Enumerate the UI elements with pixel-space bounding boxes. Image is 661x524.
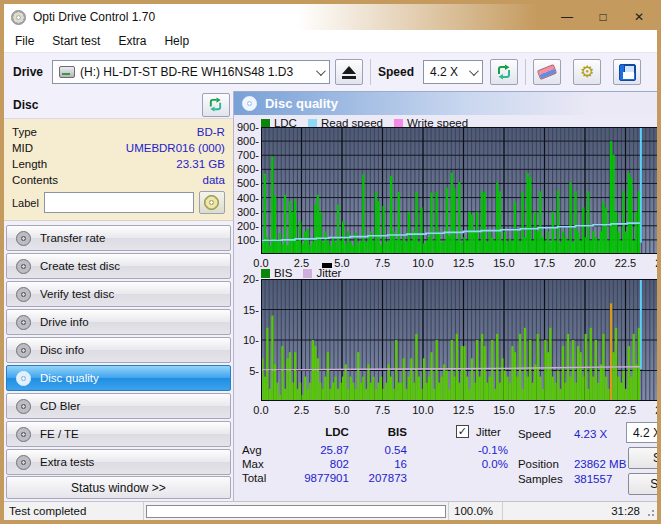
sidebar: Disc TypeBD-RMIDUMEBDR016 (000)Length23.… [4,91,234,501]
info-value: UMEBDR016 (000) [126,142,225,154]
info-label: MID [12,142,33,154]
bis-legend: BISJitter [261,267,341,279]
legend-swatch [303,269,312,278]
chevron-down-icon [316,66,326,76]
info-value: BD-R [197,126,225,138]
drive-toolbar: Drive (H:) HL-DT-ST BD-RE WH16NS48 1.D3 … [4,53,657,91]
x-tick-label: 7.5 [365,257,399,269]
label-input[interactable] [44,192,194,213]
disc-info-row: TypeBD-R [12,124,225,140]
x-tick-label: 2.5 [284,404,318,416]
disc-icon [16,399,31,414]
ldc-chart [261,127,657,254]
disc-icon [16,343,31,358]
sidebar-item-fe-te[interactable]: FE / TE [6,421,231,447]
drive-label: Drive [13,65,43,79]
max-row-label: Max [242,458,264,470]
max-jitter-value: 0.0% [448,458,508,470]
avg-row-label: Avg [242,444,262,456]
disc-icon [16,287,31,302]
x-tick-label: 22.5 [608,404,642,416]
status-window-button[interactable]: Status window >> [6,476,231,499]
menu-item-file[interactable]: File [6,30,43,52]
erase-disc-button[interactable] [533,59,561,85]
max-bis-value: 16 [352,458,407,470]
disc-panel-title: Disc [13,98,38,112]
test-speed-select[interactable]: 4.2 X [626,422,657,443]
position-stat-value: 23862 MB [574,458,626,470]
page-title: Disc quality [265,96,338,111]
resize-grip[interactable] [646,509,655,518]
disc-icon [16,315,31,330]
eject-icon [342,66,356,79]
disc-label-button[interactable] [199,191,225,214]
speed-select-value: 4.2 X [430,65,458,79]
y-tick-label: 400 [234,192,259,204]
total-row-label: Total [242,472,266,484]
y-tick-label: 15 [234,304,259,316]
sidebar-item-drive-info[interactable]: Drive info [6,309,231,335]
window-title: Opti Drive Control 1.70 [33,10,155,24]
sidebar-item-label: CD Bler [40,400,80,412]
disc-refresh-button[interactable] [202,93,230,117]
sidebar-item-create-test-disc[interactable]: Create test disc [6,253,231,279]
x-tick-label: 15.0 [487,404,521,416]
menu-item-start-test[interactable]: Start test [43,30,109,52]
save-icon [619,64,636,81]
sidebar-item-extra-tests[interactable]: Extra tests [6,449,231,475]
x-tick-label: 12.5 [446,404,480,416]
total-bis-value: 207873 [352,472,407,484]
start-part-button[interactable]: Start part [628,473,657,495]
sidebar-item-disc-info[interactable]: Disc info [6,337,231,363]
sidebar-item-verify-test-disc[interactable]: Verify test disc [6,281,231,307]
sidebar-nav: Transfer rateCreate test discVerify test… [4,221,233,475]
app-icon [11,10,26,25]
jitter-checkbox[interactable]: ✓ [456,425,469,438]
y-tick-label: 200 [234,220,259,232]
x-tick-label: 22.5 [608,257,642,269]
y-tick-label: 900 [234,121,259,133]
y-tick-label: 5 [234,365,259,377]
total-ldc-value: 9877901 [294,472,349,484]
minimize-button[interactable]: — [549,4,585,30]
y-tick-label: 300 [234,206,259,218]
sidebar-item-label: Drive info [40,316,89,328]
sidebar-item-cd-bler[interactable]: CD Bler [6,393,231,419]
refresh-button[interactable] [490,59,518,85]
speed-label: Speed [378,65,414,79]
elapsed-time-cell: 31:28 [503,502,657,520]
disc-info-panel: TypeBD-RMIDUMEBDR016 (000)Length23.31 GB… [4,119,233,221]
sidebar-item-label: Extra tests [40,456,94,468]
disc-icon [242,96,257,111]
speed-select[interactable]: 4.2 X [423,60,483,84]
x-tick-label: 15.0 [487,257,521,269]
y-tick-label: 500 [234,177,259,189]
close-button[interactable]: ✕ [621,4,657,30]
sidebar-item-label: Create test disc [40,260,120,272]
status-bar: Test completed 100.0% 31:28 [4,501,657,520]
settings-button[interactable]: ⚙ [573,59,601,85]
sidebar-item-transfer-rate[interactable]: Transfer rate [6,225,231,251]
jitter-checkbox-label: Jitter [476,426,501,438]
x-tick-label: 20.0 [568,404,602,416]
info-label: Contents [12,174,58,186]
save-button[interactable] [613,59,641,85]
sidebar-item-disc-quality[interactable]: Disc quality [6,365,231,391]
legend-label: BIS [274,267,293,279]
eject-button[interactable] [335,59,363,85]
maximize-button[interactable]: □ [585,4,621,30]
elapsed-time: 31:28 [611,505,640,517]
gear-icon: ⚙ [580,64,594,80]
max-ldc-value: 802 [294,458,349,470]
disc-info-row: Length23.31 GB [12,156,225,172]
drive-icon [59,66,75,78]
menu-item-extra[interactable]: Extra [109,30,155,52]
y-tick-label: 800 [234,135,259,147]
toolbar-divider [525,59,526,85]
menu-item-help[interactable]: Help [155,30,198,52]
speed-stat-value: 4.23 X [574,428,607,440]
drive-select[interactable]: (H:) HL-DT-ST BD-RE WH16NS48 1.D3 [52,60,330,84]
x-tick-label: 5.0 [325,404,359,416]
y-tick-label: 700 [234,149,259,161]
start-full-button[interactable]: Start full [628,447,657,469]
